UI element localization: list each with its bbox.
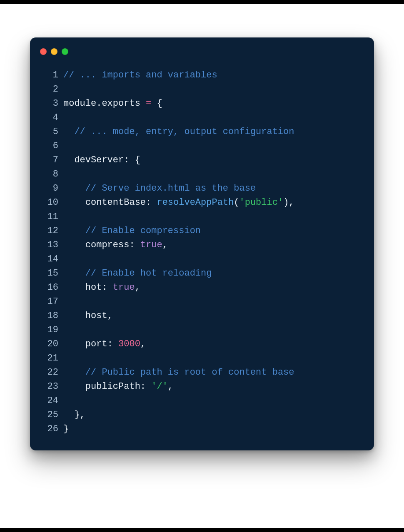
line-number: 9 <box>39 181 63 196</box>
punct-token: , <box>140 339 146 349</box>
line-number: 16 <box>39 281 63 295</box>
code-content: compress: true, <box>63 238 168 252</box>
code-line: 2 <box>39 82 365 97</box>
indent-token <box>63 282 85 293</box>
space-token <box>146 381 151 392</box>
code-line: 13 compress: true, <box>39 238 365 252</box>
paren-token: ( <box>234 197 239 208</box>
code-line: 7 devServer: { <box>39 153 365 167</box>
window-titlebar <box>39 47 365 62</box>
punct-token: : <box>129 240 135 250</box>
code-line: 11 <box>39 210 365 224</box>
code-line: 16 hot: true, <box>39 281 365 295</box>
line-number: 21 <box>39 351 63 365</box>
line-number: 3 <box>39 97 63 111</box>
key-token: host <box>85 311 107 321</box>
brace-token: } <box>63 424 69 434</box>
line-number: 7 <box>39 153 63 167</box>
code-line: 1 // ... imports and variables <box>39 68 365 82</box>
code-content: port: 3000, <box>63 337 146 351</box>
line-number: 23 <box>39 380 63 394</box>
key-token: publicPath <box>85 381 140 392</box>
comment-token: // Serve index.html as the base <box>85 183 256 194</box>
code-content: // Enable compression <box>63 224 201 238</box>
indent-token <box>63 226 85 236</box>
key-token: compress <box>85 240 130 250</box>
black-bar-top <box>0 0 404 4</box>
function-token: resolveAppPath <box>157 197 234 208</box>
line-number: 15 <box>39 266 63 281</box>
line-number: 1 <box>39 68 63 82</box>
code-line: 21 <box>39 351 365 365</box>
line-number: 11 <box>39 210 63 224</box>
code-content: // Serve index.html as the base <box>63 181 256 196</box>
code-line: 23 publicPath: '/', <box>39 380 365 394</box>
indent-token <box>63 155 74 165</box>
punct-token: , <box>168 381 173 392</box>
punct-token: : <box>102 282 107 293</box>
comment-token: // Public path is root of content base <box>85 367 294 378</box>
code-line: 8 <box>39 167 365 181</box>
punct-token: , <box>107 311 113 321</box>
code-line: 14 <box>39 252 365 266</box>
punct-token: , <box>162 240 168 250</box>
code-content: publicPath: '/', <box>63 380 173 394</box>
keyword-token: true <box>113 282 135 293</box>
window-close-icon[interactable] <box>40 48 47 55</box>
code-content: } <box>63 422 69 436</box>
code-content: module.exports = { <box>63 97 162 111</box>
space-token <box>129 155 135 165</box>
brace-token: { <box>135 155 140 165</box>
operator-token: = <box>146 98 151 109</box>
comment-token: // ... imports and variables <box>63 70 217 80</box>
line-number: 8 <box>39 167 63 181</box>
line-number: 5 <box>39 125 63 139</box>
comment-token: // ... mode, entry, output configuration <box>74 127 294 137</box>
keyword-token: true <box>140 240 162 250</box>
code-content: // ... imports and variables <box>63 68 217 82</box>
key-token: devServer <box>74 155 124 165</box>
window-zoom-icon[interactable] <box>62 48 68 55</box>
code-content: // Public path is root of content base <box>63 365 294 380</box>
space-token <box>151 98 157 109</box>
comment-token: // Enable compression <box>85 226 201 236</box>
space-token <box>107 282 113 293</box>
line-number: 14 <box>39 252 63 266</box>
indent-token <box>63 311 85 321</box>
code-content: host, <box>63 309 113 323</box>
identifier-token: exports <box>102 98 140 109</box>
code-line: 4 <box>39 111 365 125</box>
punct-token: : <box>140 381 146 392</box>
code-line: 15 // Enable hot reloading <box>39 266 365 281</box>
number-token: 3000 <box>118 339 140 349</box>
line-number: 19 <box>39 323 63 337</box>
punct-token: . <box>96 98 102 109</box>
brace-token: } <box>74 410 80 420</box>
punct-token: , <box>80 410 85 420</box>
string-token: '/' <box>151 381 168 392</box>
space-token <box>151 197 157 208</box>
line-number: 2 <box>39 82 63 97</box>
code-line: 6 <box>39 139 365 153</box>
line-number: 6 <box>39 139 63 153</box>
window-minimize-icon[interactable] <box>51 48 57 55</box>
code-editor: 1 // ... imports and variables 2 3 modul… <box>39 62 365 436</box>
black-bar-bottom <box>0 528 404 532</box>
indent-token <box>63 183 85 194</box>
code-line: 25 }, <box>39 408 365 422</box>
code-content: hot: true, <box>63 281 140 295</box>
code-content: contentBase: resolveAppPath('public'), <box>63 196 294 210</box>
code-line: 5 // ... mode, entry, output configurati… <box>39 125 365 139</box>
indent-token <box>63 410 74 420</box>
indent-token <box>63 367 85 378</box>
key-token: hot <box>85 282 102 293</box>
punct-token: , <box>135 282 140 293</box>
line-number: 24 <box>39 394 63 408</box>
indent-token <box>63 268 85 278</box>
brace-token: { <box>157 98 162 109</box>
indent-token <box>63 127 74 137</box>
line-number: 13 <box>39 238 63 252</box>
punct-token: : <box>146 197 151 208</box>
identifier-token: module <box>63 98 96 109</box>
space-token <box>113 339 118 349</box>
